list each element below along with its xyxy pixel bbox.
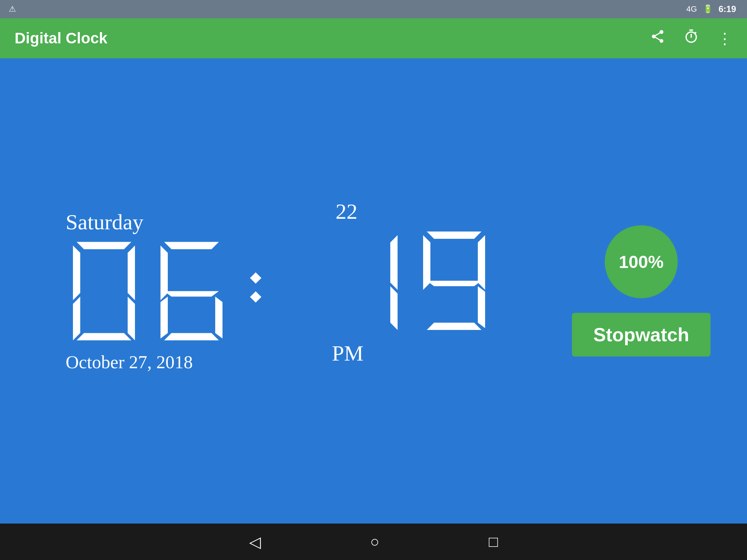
share-icon[interactable] bbox=[650, 29, 665, 48]
svg-marker-17 bbox=[427, 281, 481, 286]
day-name: Saturday bbox=[66, 210, 143, 235]
status-time: 6:19 bbox=[719, 4, 736, 14]
clock-area: Saturday bbox=[66, 210, 271, 373]
app-title: Digital Clock bbox=[15, 30, 632, 47]
colon-dot-top bbox=[250, 272, 261, 284]
battery-percent: 100% bbox=[619, 252, 664, 272]
svg-marker-1 bbox=[73, 246, 80, 300]
right-panel: 100% Stopwatch bbox=[572, 225, 711, 357]
colon-dot-bottom bbox=[250, 291, 261, 303]
date-label: October 27, 2018 bbox=[66, 351, 193, 373]
svg-marker-18 bbox=[478, 286, 485, 328]
main-content: Saturday bbox=[0, 58, 747, 524]
svg-marker-8 bbox=[164, 291, 219, 297]
day-number: 22 bbox=[336, 199, 357, 224]
svg-marker-9 bbox=[160, 297, 168, 339]
signal-icon: 4G bbox=[686, 4, 697, 14]
svg-marker-6 bbox=[164, 242, 219, 249]
status-bar: ⚠ 4G 🔋 6:19 bbox=[0, 0, 747, 18]
svg-marker-19 bbox=[427, 323, 481, 330]
svg-marker-4 bbox=[128, 297, 135, 341]
minutes-display bbox=[328, 228, 503, 334]
svg-marker-3 bbox=[73, 297, 80, 341]
svg-marker-0 bbox=[77, 242, 131, 249]
home-button[interactable]: ○ bbox=[370, 533, 379, 551]
svg-marker-10 bbox=[215, 297, 222, 339]
hours-display bbox=[66, 238, 241, 344]
back-button[interactable]: ◁ bbox=[249, 533, 261, 551]
recent-button[interactable]: □ bbox=[489, 533, 498, 551]
svg-marker-11 bbox=[164, 333, 219, 341]
app-bar: Digital Clock ⋮ bbox=[0, 18, 747, 58]
svg-marker-12 bbox=[390, 235, 398, 290]
battery-circle[interactable]: 100% bbox=[605, 225, 678, 298]
svg-marker-14 bbox=[427, 232, 481, 239]
more-icon[interactable]: ⋮ bbox=[717, 30, 732, 47]
alert-icon: ⚠ bbox=[9, 4, 16, 14]
ampm-label: PM bbox=[332, 341, 364, 366]
nav-bar: ◁ ○ □ bbox=[0, 524, 747, 560]
clock-display bbox=[66, 238, 271, 344]
stopwatch-button[interactable]: Stopwatch bbox=[572, 313, 711, 357]
svg-marker-5 bbox=[77, 333, 131, 341]
battery-icon: 🔋 bbox=[703, 4, 713, 14]
svg-marker-13 bbox=[390, 286, 398, 330]
right-clock-section: 22 PM bbox=[328, 199, 503, 366]
colon-separator bbox=[252, 274, 260, 301]
timer-icon[interactable] bbox=[684, 29, 699, 48]
svg-marker-2 bbox=[128, 246, 135, 300]
